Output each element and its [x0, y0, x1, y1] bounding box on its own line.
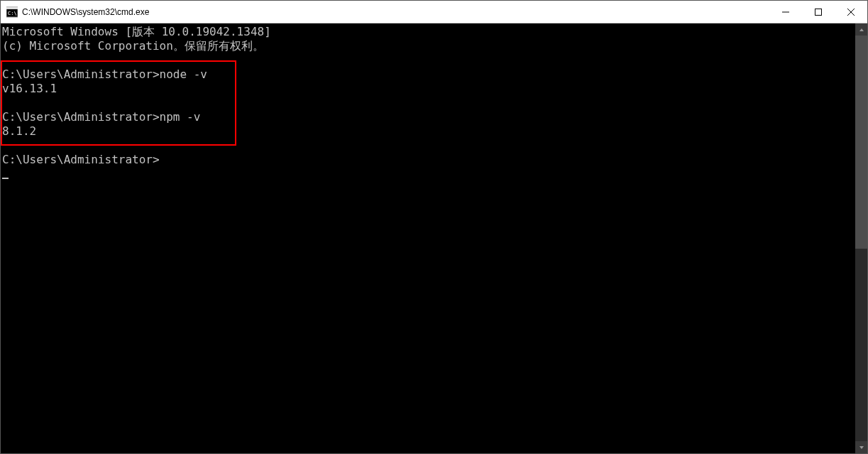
scroll-down-button[interactable]: [855, 441, 867, 453]
console-cmd-2: npm -v: [160, 110, 201, 124]
console-prompt-3: C:\Users\Administrator>: [2, 153, 160, 166]
console-prompt-2: C:\Users\Administrator>: [2, 110, 160, 124]
svg-rect-4: [815, 9, 822, 15]
window-title: C:\WINDOWS\system32\cmd.exe: [22, 7, 769, 17]
console-area[interactable]: Microsoft Windows [版本 10.0.19042.1348] (…: [1, 23, 855, 453]
vertical-scrollbar[interactable]: [855, 23, 867, 453]
svg-rect-1: [6, 7, 18, 9]
scroll-thumb[interactable]: [855, 36, 867, 249]
scroll-track[interactable]: [855, 36, 867, 441]
close-button[interactable]: [835, 1, 867, 23]
cursor: [2, 178, 9, 179]
cmd-window: C:\ C:\WINDOWS\system32\cmd.exe Microsof…: [0, 0, 868, 454]
scroll-up-button[interactable]: [855, 23, 867, 36]
titlebar[interactable]: C:\ C:\WINDOWS\system32\cmd.exe: [1, 1, 867, 23]
console-area-wrap: Microsoft Windows [版本 10.0.19042.1348] (…: [1, 23, 867, 453]
console-header-line2: (c) Microsoft Corporation。保留所有权利。: [2, 39, 264, 53]
console-cmd-1: node -v: [160, 67, 207, 81]
console-output-1: v16.13.1: [2, 82, 57, 95]
window-controls: [769, 1, 867, 23]
console-header-line1: Microsoft Windows [版本 10.0.19042.1348]: [2, 25, 271, 38]
console-prompt-1: C:\Users\Administrator>: [2, 67, 160, 81]
maximize-button[interactable]: [802, 1, 835, 23]
minimize-button[interactable]: [769, 1, 802, 23]
svg-text:C:\: C:\: [8, 11, 17, 16]
cmd-icon: C:\: [6, 6, 18, 18]
svg-marker-8: [859, 446, 864, 449]
svg-marker-7: [859, 28, 864, 31]
console-output-2: 8.1.2: [2, 124, 36, 138]
